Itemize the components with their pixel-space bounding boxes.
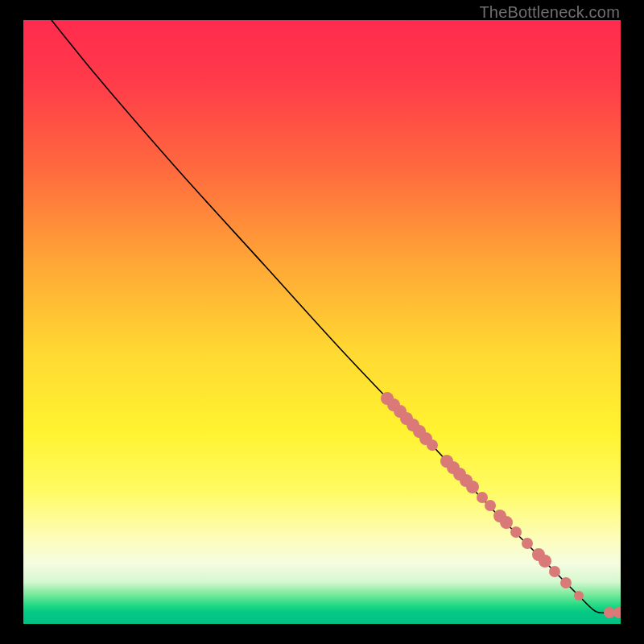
data-dot — [477, 492, 488, 503]
data-dot — [510, 526, 522, 538]
data-dot — [539, 555, 551, 568]
data-dot — [485, 500, 496, 511]
attribution-text: TheBottleneck.com — [479, 3, 620, 22]
data-dot — [604, 607, 615, 618]
data-dot — [522, 538, 533, 549]
chart-stage: TheBottleneck.com — [0, 0, 644, 644]
plot-overlay — [23, 20, 621, 624]
data-dot — [613, 607, 621, 618]
dots-group — [381, 392, 621, 618]
data-dot — [560, 577, 572, 588]
data-dot — [427, 440, 438, 451]
plot-area — [23, 20, 621, 624]
data-dot — [549, 566, 560, 577]
data-dot — [500, 516, 513, 529]
curve-path — [52, 20, 621, 613]
data-dot — [574, 591, 584, 601]
data-dot — [466, 481, 479, 493]
